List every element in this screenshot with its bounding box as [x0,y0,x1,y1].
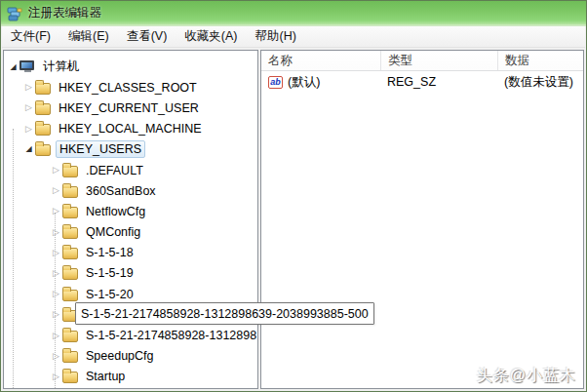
tree-item-label[interactable]: NetflowCfg [83,204,148,219]
computer-icon [20,60,35,73]
tree-expander-icon[interactable]: ▷ [50,352,62,361]
folder-icon [62,331,78,342]
tree-row[interactable]: ▷ S-1-5-19 [4,263,257,284]
window-title: 注册表编辑器 [28,5,101,21]
tree-row[interactable]: ◢ 计算机 [4,57,257,77]
menu-item-help[interactable]: 帮助(H) [246,25,304,48]
tree-row[interactable]: ▷ HKEY_CLASSES_ROOT [4,77,257,98]
folder-icon [35,83,51,95]
tree-expander-icon[interactable]: ▷ [50,269,62,278]
folder-icon [35,124,51,136]
tree-item-label[interactable]: .DEFAULT [83,163,146,178]
values-list: ab (默认) REG_SZ (数值未设置) [261,71,583,93]
tree-row[interactable]: ▷ .DEFAULT [4,160,257,180]
tree-item-label[interactable]: SpeedupCfg [83,348,157,364]
column-header-type[interactable]: 类型 [380,51,497,70]
menu-bar: 文件(F) 编辑(E) 查看(V) 收藏夹(A) 帮助(H) [2,26,585,48]
tree-expander-icon[interactable]: ▷ [50,228,62,237]
tree-expander-icon[interactable]: ▷ [50,207,62,216]
folder-icon [62,372,78,383]
tree-item-label[interactable]: Startup [83,369,128,384]
tree-expander-icon[interactable]: ◢ [22,145,35,153]
registry-tree-pane[interactable]: ◢ 计算机 ▷ HKEY_CLASSES_ROOT ▷ HKEY_CURRENT… [3,50,258,389]
tree-item-label[interactable]: HKEY_CLASSES_ROOT [56,80,200,96]
value-type: REG_SZ [380,75,497,89]
tree-expander-icon[interactable]: ▷ [50,186,62,195]
registry-tree: ◢ 计算机 ▷ HKEY_CLASSES_ROOT ▷ HKEY_CURRENT… [4,51,257,389]
tree-row[interactable]: ◢ HKEY_USERS [4,139,257,160]
folder-icon [62,268,78,280]
value-data: (数值未设置) [497,74,583,91]
menu-item-file[interactable]: 文件(F) [2,25,59,48]
watermark-text: 头条@小蓝木 [477,366,576,386]
menu-item-edit[interactable]: 编辑(E) [59,25,118,48]
content-area: ◢ 计算机 ▷ HKEY_CLASSES_ROOT ▷ HKEY_CURRENT… [3,50,584,389]
tree-expander-icon[interactable]: ▷ [22,125,35,134]
menu-item-favorites[interactable]: 收藏夹(A) [176,25,246,48]
tree-row[interactable]: ▷ QMConfig [4,222,257,243]
tree-row[interactable]: ▷ NetflowCfg [4,201,257,221]
tree-expander-icon[interactable]: ▷ [50,372,62,381]
values-pane[interactable]: 名称 类型 数据 ab (默认) REG_SZ (数值未设置) [260,50,584,389]
tree-expander-icon[interactable]: ▷ [22,103,35,112]
tree-item-label[interactable]: 计算机 [40,58,83,76]
tree-item-label[interactable]: HKEY_USERS [56,140,145,158]
tree-item-label[interactable]: 360SandBox [83,183,159,199]
tree-expander-icon[interactable]: ▷ [50,332,62,340]
registry-editor-window: 注册表编辑器 文件(F) 编辑(E) 查看(V) 收藏夹(A) 帮助(H) ◢ … [0,0,587,392]
tree-expander-icon[interactable]: ▷ [50,249,62,257]
folder-icon [62,290,78,301]
folder-icon [62,227,78,239]
folder-icon [62,186,78,198]
title-bar[interactable]: 注册表编辑器 [1,1,586,26]
values-column-header: 名称 类型 数据 [261,51,583,71]
menu-item-view[interactable]: 查看(V) [118,25,176,48]
tree-expander-icon[interactable]: ▷ [22,83,35,92]
tree-item-full-name-tooltip: S-1-5-21-2174858928-1312898639-203899388… [75,302,374,325]
tree-expander-icon[interactable]: ▷ [50,290,62,298]
value-name: (默认) [288,74,320,91]
tree-item-label[interactable]: S-1-5-18 [83,245,137,260]
reg-sz-ab-icon: ab [268,76,283,89]
tree-row[interactable]: ▷ S-1-5-18 [4,243,257,263]
tree-expander-icon[interactable]: ▷ [50,166,62,175]
folder-icon [62,166,78,177]
column-header-name[interactable]: 名称 [261,51,380,70]
tree-item-label[interactable]: S-1-5-21-2174858928-1312898 [83,328,258,343]
tree-item-label[interactable]: S-1-5-20 [83,287,137,302]
tree-row[interactable]: ▷ 360SandBox [4,180,257,201]
tree-row[interactable]: ▷ S-1-5-21-2174858928-1312898 [4,325,257,345]
tree-item-label[interactable]: S-1-5-19 [83,265,137,281]
tree-row[interactable]: ▷ HKEY_CURRENT_USER [4,98,257,118]
registry-app-icon [7,6,22,21]
folder-icon [35,144,51,156]
folder-icon [35,103,51,115]
tree-row[interactable]: ▷ SpeedupCfg [4,346,257,367]
tree-expander-icon[interactable]: ◢ [7,63,20,71]
folder-icon [62,248,78,259]
column-header-data[interactable]: 数据 [497,51,583,70]
tree-item-label[interactable]: HKEY_LOCAL_MACHINE [56,121,205,137]
tree-row[interactable]: ▷ Startup [4,367,257,387]
tree-row[interactable]: ▷ HKEY_LOCAL_MACHINE [4,119,257,139]
tree-item-label[interactable]: QMConfig [83,224,143,240]
tree-item-label[interactable]: HKEY_CURRENT_USER [56,100,202,116]
tree-expander-icon[interactable]: ▷ [50,310,62,319]
tree-row[interactable]: ▷ WiFiCfg [4,387,257,389]
folder-icon [62,207,78,218]
folder-icon [62,351,78,363]
value-row[interactable]: ab (默认) REG_SZ (数值未设置) [261,71,583,93]
